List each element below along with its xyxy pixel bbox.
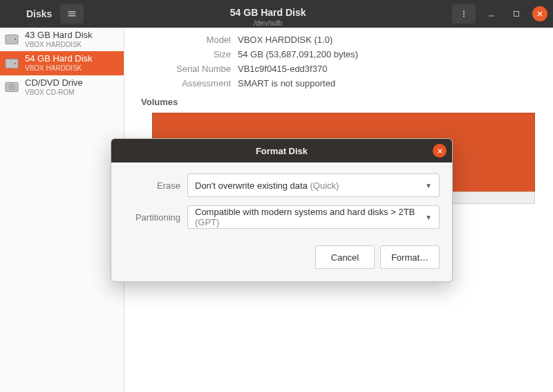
- format-button[interactable]: Format…: [380, 245, 440, 269]
- chevron-down-icon: ▼: [425, 182, 432, 189]
- cancel-button[interactable]: Cancel: [315, 245, 375, 269]
- partitioning-select[interactable]: Compatible with modern systems and hard …: [187, 205, 440, 229]
- partitioning-select-value: Compatible with modern systems and hard …: [195, 207, 425, 227]
- dialog-title: Format Disk: [256, 146, 308, 156]
- erase-select-value-main: Don't overwrite existing data: [195, 180, 308, 191]
- dialog-close-button[interactable]: [433, 144, 447, 158]
- partitioning-select-value-sub: (GPT): [195, 217, 219, 227]
- erase-label: Erase: [124, 180, 180, 191]
- erase-select-value: Don't overwrite existing data (Quick): [195, 180, 339, 191]
- format-disk-dialog: Format Disk Erase Don't overwrite existi…: [111, 138, 453, 282]
- erase-select[interactable]: Don't overwrite existing data (Quick) ▼: [187, 174, 440, 197]
- partitioning-select-value-main: Compatible with modern systems and hard …: [195, 207, 415, 217]
- close-icon: [437, 148, 443, 154]
- chevron-down-icon: ▼: [425, 214, 432, 221]
- erase-select-value-sub: (Quick): [310, 180, 339, 191]
- modal-overlay: Format Disk Erase Don't overwrite existi…: [0, 0, 553, 392]
- dialog-titlebar: Format Disk: [111, 139, 452, 162]
- partitioning-label: Partitioning: [124, 212, 180, 223]
